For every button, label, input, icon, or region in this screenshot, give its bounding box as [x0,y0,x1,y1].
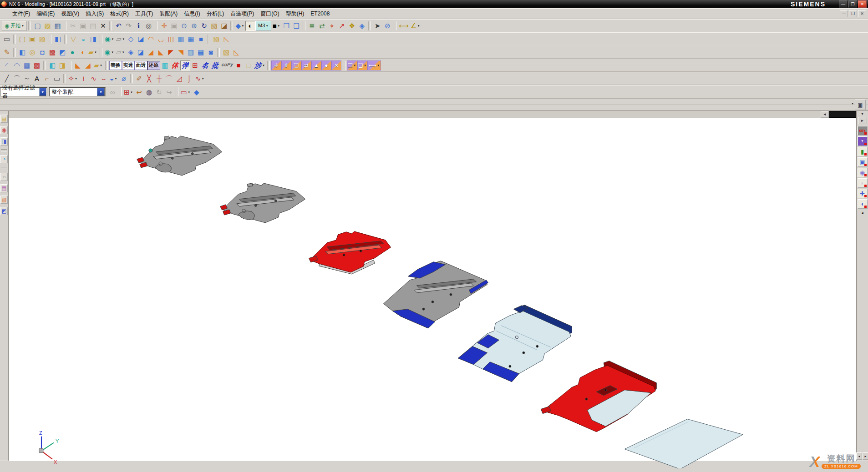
mesh-feature-icon[interactable]: ▩ [47,47,57,57]
cascade-window-icon[interactable]: ❑ [291,21,301,31]
start-menu-button[interactable]: ◉开始▾ [2,21,27,31]
fold-tool-icon[interactable]: ◧ [47,60,57,70]
swept-surface-icon[interactable]: ◜ [2,60,12,70]
fillet-curve-icon[interactable]: ⌒ [164,74,174,84]
measure-component-icon[interactable]: ⟷▾ [367,60,381,70]
pattern-cube-icon[interactable]: ▦ [196,47,206,57]
swap-component-icon[interactable]: ⇄ [301,60,311,70]
menu-insert[interactable]: 插入(S) [82,10,107,18]
zoom-box-icon[interactable]: ▣ [169,21,179,31]
copy-icon[interactable]: ▣ [78,21,88,31]
hole-feature-icon[interactable]: ◘ [37,47,47,57]
menu-window[interactable]: 窗口(O) [257,10,282,18]
mdi-minimize-button[interactable]: — [840,10,848,17]
vscroll-down-button[interactable]: ▸ [863,452,868,460]
scrollbar-thumb[interactable] [829,111,856,118]
ghost-cube-icon[interactable]: □ [244,60,254,70]
section-view-icon[interactable]: ◒ [78,34,88,44]
new-file-icon[interactable]: ▢ [32,21,42,31]
step-feature-icon[interactable]: ◩ [57,47,67,57]
roles-tab[interactable]: ◩ [0,207,8,215]
sphere-feature-icon[interactable]: ● [67,47,77,57]
rectangle-icon[interactable]: ▭ [52,74,62,84]
viewport-3d[interactable]: Z Y X [9,118,856,468]
join-curve-icon[interactable]: ⌡ [184,74,194,84]
bend-down-icon[interactable]: ◣ [156,47,166,57]
layer-settings-icon[interactable]: ≣ [307,21,317,31]
dropdown-arrow-icon[interactable]: ▾ [94,50,97,54]
menu-view[interactable]: 视图(V) [58,10,82,18]
flange-cube-icon[interactable]: ◫ [166,34,176,44]
open-file-icon[interactable]: ▨ [42,21,52,31]
boss-feature-icon[interactable]: ◖ [77,47,87,57]
part-navigator-tab[interactable]: ◨ [0,137,8,146]
info-window-icon[interactable]: ℹ [133,21,143,31]
corner-cube-icon[interactable]: ◤ [166,47,176,57]
sweep-up-icon[interactable]: ◠ [146,34,156,44]
tube-icon[interactable]: ⌀ [119,74,129,84]
horizontal-scrollbar[interactable]: ◄ [9,111,856,118]
rotate-select-icon[interactable]: ↻ [154,87,164,97]
dropdown-arrow-icon[interactable]: ▾ [241,24,244,27]
grid-cube-icon[interactable]: ▦ [186,34,196,44]
fit-window-button[interactable]: ▣ [855,100,866,110]
hd3d-tab[interactable]: ▧ [0,196,8,204]
facet-body-icon[interactable]: ▨ [37,34,47,44]
sweep-down-icon[interactable]: ◡ [156,34,166,44]
m3-view-button[interactable]: M3▾ [255,21,271,31]
menu-format[interactable]: 格式(R) [107,10,132,18]
progressive-die-strip-svg[interactable]: Z Y X [9,118,856,468]
paste-icon[interactable]: ▤ [88,21,98,31]
smooth-curve-icon[interactable]: ∿▾ [194,74,206,84]
dropdown-arrow-icon[interactable]: ▾ [353,64,356,67]
ruled-surface-icon[interactable]: ◠ [12,60,22,70]
plane-tool-icon[interactable]: ▱▾ [115,34,126,44]
menu-analysis[interactable]: 分析(L) [203,10,228,18]
dropdown-arrow-icon[interactable]: ▾ [265,24,269,27]
solid-block-icon[interactable]: ◙ [206,47,216,57]
sphere-select-icon[interactable]: ◍ [144,87,154,97]
restore-button[interactable]: 还原 [147,61,160,70]
bridge-curve-icon[interactable]: ⌣ [99,74,109,84]
body-display-icon[interactable]: 体 [170,60,180,70]
dropdown-arrow-icon[interactable]: ▾ [21,24,24,27]
dropdown-arrow-icon[interactable]: ▾ [122,37,125,40]
sketch-icon[interactable]: ✎ [2,47,12,57]
history-tab[interactable]: ○ [0,173,8,181]
scroll-left-button[interactable]: ◄ [821,111,829,118]
datum-plane-icon[interactable]: ▱▾ [115,47,126,57]
selection-filter-dropdown[interactable]: 没有选择过滤器 ▼ [0,87,47,96]
fit-view-icon[interactable]: ✛ [159,21,169,31]
graphics-canvas[interactable]: ◄ [9,111,856,461]
part-station-5[interactable] [458,305,572,382]
chevron-down-icon[interactable]: ▼ [39,88,46,96]
minimize-button[interactable]: — [839,0,848,8]
cylinder-check-icon[interactable]: ● [321,60,331,70]
sheet-feature-icon[interactable]: ▰▾ [87,47,98,57]
part-station-4[interactable] [384,261,488,328]
part-station-2[interactable] [220,183,305,223]
mdi-close-button[interactable]: ✕ [858,10,866,17]
part-station-1[interactable] [137,136,222,176]
part-station-7[interactable] [624,419,743,468]
studio-spline-icon[interactable]: ∿ [89,74,99,84]
dropdown-arrow-icon[interactable]: ▾ [75,77,78,80]
curve-mesh-icon[interactable]: ▩ [32,60,42,70]
toolbar-options-arrow-icon[interactable]: ▾ [852,101,853,105]
polyline-icon[interactable]: ✧▾ [67,74,79,84]
dropdown-arrow-icon[interactable]: ▾ [111,37,114,40]
chamfer-curve-icon[interactable]: ◿ [174,74,184,84]
delete-component-icon[interactable]: ✕ [331,60,341,70]
block-icon[interactable]: ■ [196,34,206,44]
copy-component-icon[interactable]: ❏ [291,60,301,70]
replace-button[interactable]: 替换 [109,61,122,70]
menu-assemblies[interactable]: 装配(A) [156,10,181,18]
back-select-icon[interactable]: ↩ [134,87,144,97]
chain-select-icon[interactable]: ∞ [107,87,117,97]
shaded-select-icon[interactable]: ◆ [192,87,202,97]
redo-icon[interactable]: ↷ [123,21,133,31]
point-tool-icon[interactable]: ◉▾ [104,34,115,44]
t-punch-part-icon[interactable]: T [858,136,868,146]
marquee-select-icon[interactable]: ▭▾ [180,87,192,97]
dropdown-arrow-icon[interactable]: ▾ [262,64,265,67]
